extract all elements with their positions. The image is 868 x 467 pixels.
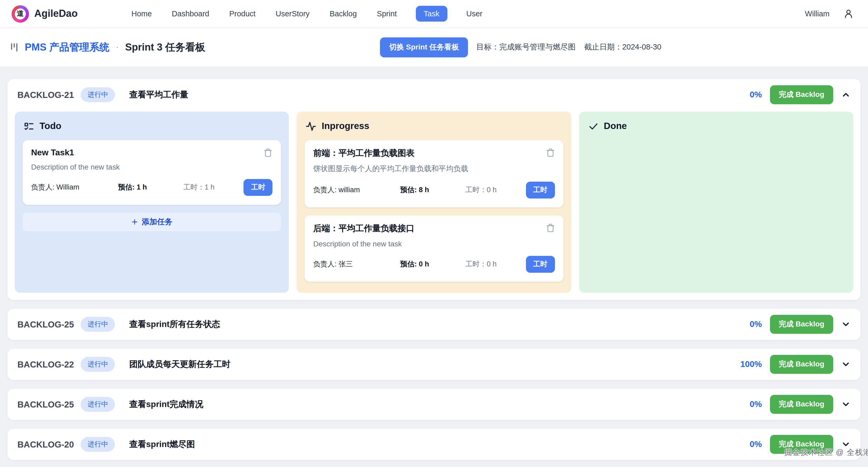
log-hours-button[interactable]: 工时	[526, 181, 555, 199]
backlog-row-header[interactable]: BACKLOG-25 进行中 查看sprint所有任务状态 0% 完成 Back…	[7, 308, 861, 340]
status-badge: 进行中	[81, 357, 115, 372]
complete-backlog-button[interactable]: 完成 Backlog	[770, 85, 833, 104]
activity-icon	[306, 121, 316, 131]
task-title: 前端：平均工作量负载图表	[313, 148, 414, 159]
chevron-down-icon[interactable]	[841, 320, 850, 329]
chevron-down-icon[interactable]	[841, 400, 850, 409]
column-header-todo: Todo	[24, 121, 281, 132]
task-title: New Task1	[31, 148, 74, 158]
project-title-link[interactable]: PMS 产品管理系统	[25, 40, 110, 54]
backlog-id: BACKLOG-21	[18, 90, 74, 100]
nav-item-dashboard[interactable]: Dashboard	[171, 6, 210, 22]
brand-logo-glyph: 道	[15, 8, 26, 19]
backlog-row-actions: 0% 完成 Backlog	[750, 315, 850, 334]
backlog-card-expanded: BACKLOG-21 进行中 查看平均工作量 0% 完成 Backlog Tod…	[7, 79, 861, 300]
backlog-row-header[interactable]: BACKLOG-25 进行中 查看sprint完成情况 0% 完成 Backlo…	[7, 389, 861, 420]
task-card[interactable]: 前端：平均工作量负载图表 饼状图显示每个人的平均工作量负载和平均负载 负责人: …	[305, 140, 563, 207]
nav-item-user[interactable]: User	[465, 6, 484, 22]
task-description: 饼状图显示每个人的平均工作量负载和平均负载	[313, 164, 555, 174]
title-separator: ·	[116, 42, 119, 53]
status-badge: 进行中	[81, 437, 115, 452]
nav-item-sprint[interactable]: Sprint	[376, 6, 398, 22]
backlog-id: BACKLOG-22	[18, 359, 74, 369]
chevron-up-icon[interactable]	[841, 90, 850, 100]
app-root: 道 AgileDao Home Dashboard Product UserSt…	[0, 0, 868, 467]
nav-item-backlog[interactable]: Backlog	[329, 6, 358, 22]
task-card[interactable]: New Task1 Description of the new task 负责…	[23, 140, 281, 205]
kanban-board: Todo New Task1 Description of the new ta…	[7, 110, 861, 300]
backlog-row-actions: 0% 完成 Backlog	[750, 395, 850, 414]
chevron-down-icon[interactable]	[841, 440, 850, 449]
sprint-goal-text: 目标：完成账号管理与燃尽图	[476, 42, 576, 52]
column-name: Inprogress	[322, 121, 369, 132]
kanban-column-done: Done	[579, 112, 853, 293]
task-hours: 工时：1 h	[183, 183, 244, 192]
kanban-column-todo: Todo New Task1 Description of the new ta…	[15, 112, 289, 293]
backlog-card-collapsed: BACKLOG-22 进行中 团队成员每天更新任务工时 100% 完成 Back…	[7, 348, 861, 380]
user-avatar-icon[interactable]	[843, 8, 854, 19]
complete-backlog-button[interactable]: 完成 Backlog	[770, 315, 833, 334]
task-description: Description of the new task	[31, 163, 273, 171]
backlog-row-header[interactable]: BACKLOG-22 进行中 团队成员每天更新任务工时 100% 完成 Back…	[7, 348, 861, 380]
task-meta: 负责人: 张三 预估: 0 h 工时：0 h 工时	[313, 256, 555, 273]
backlog-card-collapsed: BACKLOG-25 进行中 查看sprint完成情况 0% 完成 Backlo…	[7, 389, 861, 420]
task-estimate: 预估: 1 h	[118, 183, 183, 192]
backlog-title: 查看sprint燃尽图	[129, 439, 195, 450]
check-icon	[588, 121, 598, 131]
backlog-row-actions: 100% 完成 Backlog	[740, 355, 850, 374]
chevron-down-icon[interactable]	[841, 360, 850, 369]
status-badge: 进行中	[81, 317, 115, 332]
task-hours: 工时：0 h	[465, 260, 526, 269]
backlog-title: 查看平均工作量	[129, 89, 188, 100]
task-title: 后端：平均工作量负载接口	[313, 223, 414, 234]
log-hours-button[interactable]: 工时	[244, 179, 273, 196]
complete-backlog-button[interactable]: 完成 Backlog	[770, 435, 833, 454]
navbar: 道 AgileDao Home Dashboard Product UserSt…	[0, 0, 868, 28]
progress-percent: 100%	[740, 360, 762, 369]
backlog-row-header[interactable]: BACKLOG-21 进行中 查看平均工作量 0% 完成 Backlog	[7, 79, 861, 110]
column-header-done: Done	[588, 121, 845, 132]
backlog-row-header[interactable]: BACKLOG-20 进行中 查看sprint燃尽图 0% 完成 Backlog	[7, 429, 861, 460]
brand-logo-icon: 道	[11, 5, 29, 22]
trash-icon[interactable]	[546, 223, 555, 233]
page-title: PMS 产品管理系统 · Sprint 3 任务看板	[9, 40, 205, 54]
progress-percent: 0%	[750, 400, 762, 409]
current-user-name: William	[805, 9, 830, 18]
complete-backlog-button[interactable]: 完成 Backlog	[770, 395, 833, 414]
backlog-id: BACKLOG-25	[18, 399, 74, 409]
task-card[interactable]: 后端：平均工作量负载接口 Description of the new task…	[305, 215, 563, 282]
add-task-button[interactable]: 添加任务	[23, 213, 281, 231]
backlog-id: BACKLOG-20	[18, 439, 74, 449]
list-todo-icon	[24, 121, 34, 131]
backlog-row-actions: 0% 完成 Backlog	[750, 85, 850, 104]
complete-backlog-button[interactable]: 完成 Backlog	[770, 355, 833, 374]
plus-icon	[131, 219, 138, 225]
main-content: BACKLOG-21 进行中 查看平均工作量 0% 完成 Backlog Tod…	[0, 66, 868, 467]
column-name: Done	[604, 121, 627, 132]
nav-item-userstory[interactable]: UserStory	[275, 6, 311, 22]
kanban-column-inprogress: Inprogress 前端：平均工作量负载图表 饼状图显示每个人的平均工作量负载…	[297, 112, 571, 293]
backlog-title: 团队成员每天更新任务工时	[129, 359, 230, 370]
task-estimate: 预估: 8 h	[400, 185, 465, 195]
progress-percent: 0%	[750, 440, 762, 449]
progress-percent: 0%	[750, 320, 762, 329]
backlog-card-collapsed: BACKLOG-25 进行中 查看sprint所有任务状态 0% 完成 Back…	[7, 308, 861, 340]
backlog-title: 查看sprint完成情况	[129, 399, 204, 410]
header-actions: 切换 Sprint 任务看板 目标：完成账号管理与燃尽图 截止日期：2024-0…	[380, 37, 661, 57]
task-hours: 工时：0 h	[465, 185, 526, 195]
nav-item-home[interactable]: Home	[130, 6, 153, 22]
brand[interactable]: 道 AgileDao	[11, 5, 78, 22]
nav-item-task[interactable]: Task	[416, 6, 447, 22]
trash-icon[interactable]	[546, 148, 555, 158]
switch-sprint-board-button[interactable]: 切换 Sprint 任务看板	[380, 37, 468, 57]
backlog-id: BACKLOG-25	[18, 319, 74, 329]
trash-icon[interactable]	[264, 148, 273, 158]
backlog-row-actions: 0% 完成 Backlog	[750, 435, 850, 454]
nav-item-product[interactable]: Product	[228, 6, 257, 22]
task-assignee: 负责人: 张三	[313, 260, 400, 269]
status-badge: 进行中	[81, 397, 115, 412]
log-hours-button[interactable]: 工时	[526, 256, 555, 273]
nav-menu: Home Dashboard Product UserStory Backlog…	[130, 6, 484, 22]
column-name: Todo	[39, 121, 61, 132]
backlog-title: 查看sprint所有任务状态	[129, 319, 220, 330]
